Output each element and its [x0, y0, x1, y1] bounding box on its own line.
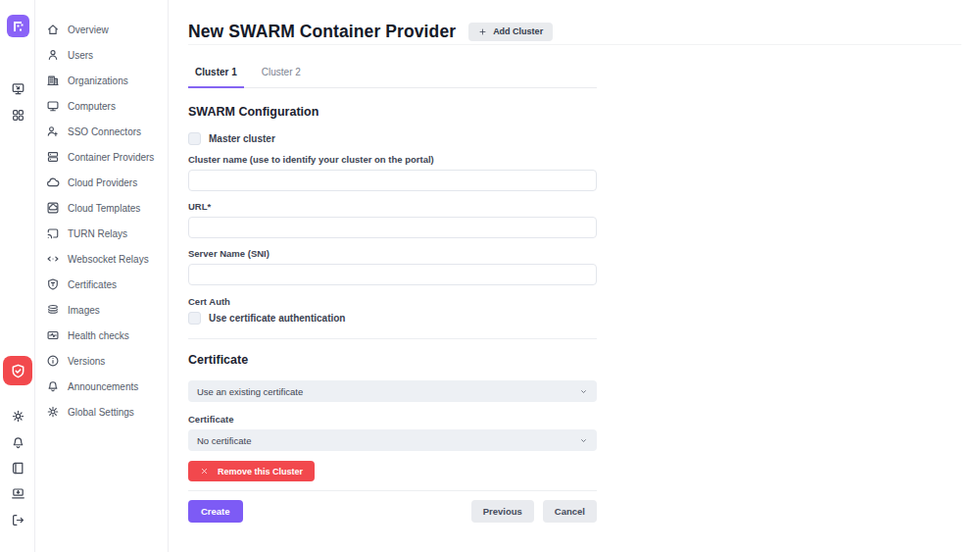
logout-icon[interactable] [0, 513, 35, 527]
main-content: New SWARM Container Provider Add Cluster… [169, 0, 980, 552]
organization-icon [46, 74, 60, 87]
cloud-template-icon [46, 201, 60, 215]
use-cert-auth-row: Use certificate authentication [188, 312, 597, 325]
docs-book-icon[interactable] [0, 461, 35, 476]
use-cert-auth-label: Use certificate authentication [209, 313, 345, 324]
chevron-down-icon [579, 387, 588, 396]
certificate-label: Certificate [188, 414, 597, 425]
remove-cluster-button[interactable]: Remove this Cluster [188, 461, 315, 481]
sidebar-item-cloud-templates[interactable]: Cloud Templates [35, 195, 168, 221]
app-window: OverviewUsersOrganizationsComputersSSO C… [0, 0, 980, 552]
remote-desktop-icon[interactable] [0, 81, 35, 96]
sidebar-item-sso-connectors[interactable]: SSO Connectors [35, 119, 168, 144]
x-icon [200, 467, 209, 476]
section-divider [188, 338, 597, 339]
home-icon [46, 23, 60, 36]
sidebar-menu: OverviewUsersOrganizationsComputersSSO C… [35, 0, 169, 552]
info-icon [46, 354, 60, 368]
security-alert-badge[interactable] [3, 356, 32, 385]
sidebar-item-versions[interactable]: Versions [35, 348, 168, 374]
sidebar-item-overview[interactable]: Overview [35, 17, 168, 42]
url-input[interactable] [188, 217, 597, 238]
bell-icon [46, 379, 60, 393]
sidebar-item-global-settings[interactable]: Global Settings [35, 399, 168, 425]
download-agent-icon[interactable] [0, 486, 35, 501]
sidebar-item-organizations[interactable]: Organizations [35, 68, 168, 93]
plus-icon [478, 27, 487, 36]
sidebar-item-turn-relays[interactable]: TURN Relays [35, 221, 168, 246]
tab-cluster-2[interactable]: Cluster 2 [255, 67, 308, 87]
sidebar-item-cloud-providers[interactable]: Cloud Providers [35, 170, 168, 195]
server-name-sni-label: Server Name (SNI) [188, 248, 597, 259]
settings-gear-icon[interactable] [0, 409, 35, 424]
shield-cert-icon [46, 277, 60, 291]
computer-icon [46, 99, 60, 113]
page-title: New SWARM Container Provider [188, 22, 456, 42]
url-label: URL* [188, 201, 597, 212]
cast-icon [46, 226, 60, 240]
use-cert-auth-checkbox[interactable] [188, 312, 201, 325]
cluster-name-label: Cluster name (use to identify your clust… [188, 154, 597, 165]
footer-divider [188, 490, 597, 491]
swarm-configuration-heading: SWARM Configuration [188, 105, 597, 119]
cloud-icon [46, 176, 60, 189]
cert-auth-label: Cert Auth [188, 296, 597, 307]
sso-icon [46, 125, 60, 138]
server-name-sni-input[interactable] [188, 264, 597, 285]
create-button[interactable]: Create [188, 500, 243, 523]
certificate-select[interactable]: No certificate [188, 429, 597, 451]
sidebar-item-announcements[interactable]: Announcements [35, 374, 168, 399]
master-cluster-checkbox[interactable] [188, 132, 201, 145]
cancel-button[interactable]: Cancel [543, 500, 597, 523]
sidebar-item-certificates[interactable]: Certificates [35, 272, 168, 297]
sidebar-item-container-providers[interactable]: Container Providers [35, 144, 168, 170]
add-cluster-button[interactable]: Add Cluster [468, 23, 553, 41]
certificate-select-value: No certificate [197, 435, 251, 446]
code-arrows-icon [46, 252, 60, 266]
sidebar-item-images[interactable]: Images [35, 297, 168, 323]
master-cluster-row: Master cluster [188, 132, 597, 145]
gear-icon [46, 405, 60, 419]
cluster-name-input[interactable] [188, 170, 597, 191]
chevron-down-icon [579, 436, 588, 445]
sidebar-item-computers[interactable]: Computers [35, 93, 168, 119]
cluster-tabs: Cluster 1 Cluster 2 [188, 67, 597, 88]
certificate-source-value: Use an existing certificate [197, 386, 303, 397]
user-icon [46, 48, 60, 62]
notifications-bell-icon[interactable] [0, 435, 35, 450]
sidebar-item-websocket-relays[interactable]: Websocket Relays [35, 246, 168, 272]
certificate-heading: Certificate [188, 353, 597, 367]
sidebar-item-users[interactable]: Users [35, 42, 168, 68]
server-icon [46, 150, 60, 164]
tab-cluster-1[interactable]: Cluster 1 [188, 67, 244, 88]
master-cluster-label: Master cluster [209, 133, 275, 144]
header-divider [188, 44, 961, 45]
certificate-source-select[interactable]: Use an existing certificate [188, 380, 597, 402]
apps-grid-icon[interactable] [0, 108, 35, 123]
footer-actions: Create Previous Cancel [188, 500, 597, 523]
icon-rail [0, 0, 35, 552]
sidebar-item-health-checks[interactable]: Health checks [35, 323, 168, 348]
health-icon [46, 328, 60, 342]
brand-logo[interactable] [7, 15, 29, 37]
layers-icon [46, 303, 60, 317]
page-header: New SWARM Container Provider Add Cluster [188, 19, 961, 44]
previous-button[interactable]: Previous [471, 500, 534, 523]
